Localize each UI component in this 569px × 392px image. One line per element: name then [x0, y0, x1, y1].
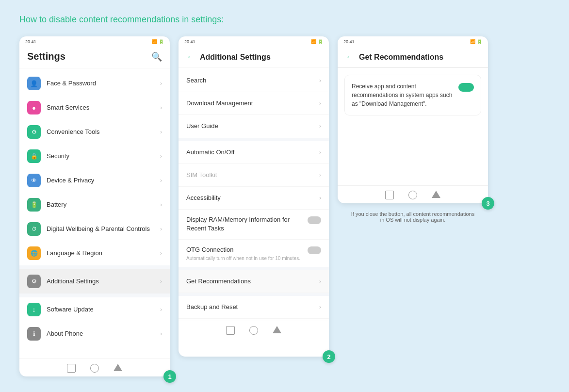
automatic-on-off-label: Automatic On/Off: [186, 148, 319, 157]
back-arrow-2[interactable]: ←: [186, 52, 195, 62]
screen3-screen-wrapper: 20:41 📶 🔋 ← Get Recommendations Receive …: [338, 36, 488, 203]
accessibility-label: Accessibility: [186, 194, 319, 202]
language-region-icon: 🌐: [27, 246, 41, 260]
otg-text-container: OTG Connection Automatically turn off wh…: [186, 245, 308, 261]
about-phone-icon: ℹ: [27, 327, 41, 341]
home-nav-icon-2[interactable]: [226, 326, 235, 335]
screen2-title: Additional Settings: [200, 53, 271, 62]
battery-icon-3: 🔋: [477, 39, 482, 44]
status-time-2: 20:41: [184, 39, 195, 44]
settings-item-additional-settings[interactable]: ⚙ Additional Settings ›: [19, 269, 170, 294]
screen3-title: Get Recommendations: [359, 53, 443, 62]
software-update-chevron: ›: [160, 306, 162, 313]
convenience-tools-chevron: ›: [160, 129, 162, 135]
sim-toolkit-item[interactable]: SIM Toolkit ›: [179, 164, 329, 187]
additional-settings-label: Additional Settings: [47, 278, 160, 286]
screens-container: 20:41 📶 🔋 Settings 🔍 👤 Face & Password ›…: [19, 36, 550, 376]
download-management-label: Download Management: [186, 99, 319, 108]
user-guide-chevron: ›: [319, 123, 321, 130]
face-password-chevron: ›: [160, 80, 162, 87]
otg-sublabel: Automatically turn off when not in use f…: [186, 256, 308, 261]
settings-item-security[interactable]: 🔒 Security ›: [19, 144, 170, 168]
back-arrow-3[interactable]: ←: [345, 52, 354, 62]
get-recommendations-item[interactable]: Get Recommendations ›: [179, 270, 329, 293]
user-guide-label: User Guide: [186, 122, 319, 131]
rec-description: Receive app and content recommendations …: [352, 82, 454, 108]
settings-item-about-phone[interactable]: ℹ About Phone ›: [19, 322, 170, 346]
otg-connection-item[interactable]: OTG Connection Automatically turn off wh…: [179, 240, 329, 267]
get-recommendations-chevron: ›: [319, 278, 321, 285]
status-time-3: 20:41: [343, 39, 355, 44]
smart-services-label: Smart Services: [47, 104, 160, 112]
search-item[interactable]: Search ›: [179, 69, 329, 92]
otg-toggle[interactable]: [308, 246, 321, 254]
home-nav-icon-3[interactable]: [385, 191, 394, 199]
language-region-label: Language & Region: [47, 249, 160, 258]
settings-list2: Search › Download Management › User Guid…: [179, 67, 329, 321]
device-privacy-icon: 👁: [27, 174, 41, 187]
nav-bar-1: [19, 359, 170, 376]
settings-item-digital-wellbeing[interactable]: ⏱ Digital Wellbeing & Parental Controls …: [19, 217, 170, 241]
digital-wellbeing-icon: ⏱: [27, 222, 41, 236]
security-label: Security: [47, 152, 160, 161]
software-update-icon: ↓: [27, 303, 41, 316]
display-ram-item[interactable]: Display RAM/Memory Information for Recen…: [179, 210, 329, 239]
about-phone-chevron: ›: [160, 330, 162, 337]
settings-item-smart-services[interactable]: ● Smart Services ›: [19, 96, 170, 120]
circle-nav-icon[interactable]: [90, 364, 99, 373]
screen1-wrapper: 20:41 📶 🔋 Settings 🔍 👤 Face & Password ›…: [19, 36, 170, 376]
status-bar-2: 20:41 📶 🔋: [179, 36, 329, 47]
settings-item-language-region[interactable]: 🌐 Language & Region ›: [19, 241, 170, 265]
display-ram-toggle[interactable]: [308, 216, 321, 224]
accessibility-chevron: ›: [319, 195, 321, 201]
nav-bar-3: [338, 185, 488, 203]
backup-reset-item[interactable]: Backup and Reset ›: [179, 296, 329, 319]
status-bar-1: 20:41 📶 🔋: [19, 36, 170, 47]
settings-item-software-update[interactable]: ↓ Software Update ›: [19, 297, 170, 322]
settings-list: 👤 Face & Password › ● Smart Services › ⚙…: [19, 68, 170, 349]
automatic-on-off-item[interactable]: Automatic On/Off ›: [179, 141, 329, 164]
wifi-icon-3: 📶: [470, 39, 475, 44]
accessibility-item[interactable]: Accessibility ›: [179, 187, 329, 210]
software-update-label: Software Update: [47, 306, 160, 314]
screen3-header: ← Get Recommendations: [338, 47, 488, 67]
settings-item-device-privacy[interactable]: 👁 Device & Privacy ›: [19, 168, 170, 193]
nav-bar-2: [179, 321, 329, 339]
wifi-icon-2: 📶: [311, 39, 316, 44]
security-chevron: ›: [160, 153, 162, 160]
settings-item-battery[interactable]: 🔋 Battery ›: [19, 193, 170, 217]
device-privacy-chevron: ›: [160, 177, 162, 184]
search-button[interactable]: 🔍: [151, 51, 162, 62]
home-nav-icon[interactable]: [67, 364, 76, 373]
convenience-tools-label: Convenience Tools: [47, 128, 160, 136]
rec-toggle[interactable]: [458, 83, 474, 92]
settings-item-convenience-tools[interactable]: ⚙ Convenience Tools ›: [19, 120, 170, 144]
backup-reset-label: Backup and Reset: [186, 303, 319, 311]
circle-nav-icon-2[interactable]: [249, 326, 258, 335]
search-label: Search: [186, 76, 319, 85]
back-nav-icon[interactable]: [114, 364, 122, 371]
battery-item-icon: 🔋: [27, 198, 41, 212]
user-guide-item[interactable]: User Guide ›: [179, 115, 329, 138]
download-management-chevron: ›: [319, 100, 321, 107]
smart-services-chevron: ›: [160, 104, 162, 111]
back-nav-icon-2[interactable]: [273, 326, 281, 333]
otg-label: OTG Connection: [186, 245, 308, 254]
convenience-tools-icon: ⚙: [27, 125, 41, 139]
download-management-item[interactable]: Download Management ›: [179, 92, 329, 115]
back-nav-icon-3[interactable]: [432, 191, 440, 198]
circle-nav-icon-3[interactable]: [408, 191, 417, 199]
screen3-content: Receive app and content recommendations …: [338, 68, 488, 127]
additional-settings-chevron: ›: [160, 278, 162, 285]
screen3: 20:41 📶 🔋 ← Get Recommendations Receive …: [338, 36, 488, 203]
status-icons-3: 📶 🔋: [470, 39, 482, 44]
battery-icon: 🔋: [159, 39, 164, 44]
display-ram-label: Display RAM/Memory Information for Recen…: [186, 215, 308, 233]
status-bar-3: 20:41 📶 🔋: [338, 36, 488, 47]
security-icon: 🔒: [27, 149, 41, 163]
screen1: 20:41 📶 🔋 Settings 🔍 👤 Face & Password ›…: [19, 36, 170, 376]
smart-services-icon: ●: [27, 101, 41, 114]
screen3-wrapper: 20:41 📶 🔋 ← Get Recommendations Receive …: [338, 36, 488, 223]
settings-item-face-password[interactable]: 👤 Face & Password ›: [19, 71, 170, 96]
digital-wellbeing-label: Digital Wellbeing & Parental Controls: [47, 225, 160, 233]
